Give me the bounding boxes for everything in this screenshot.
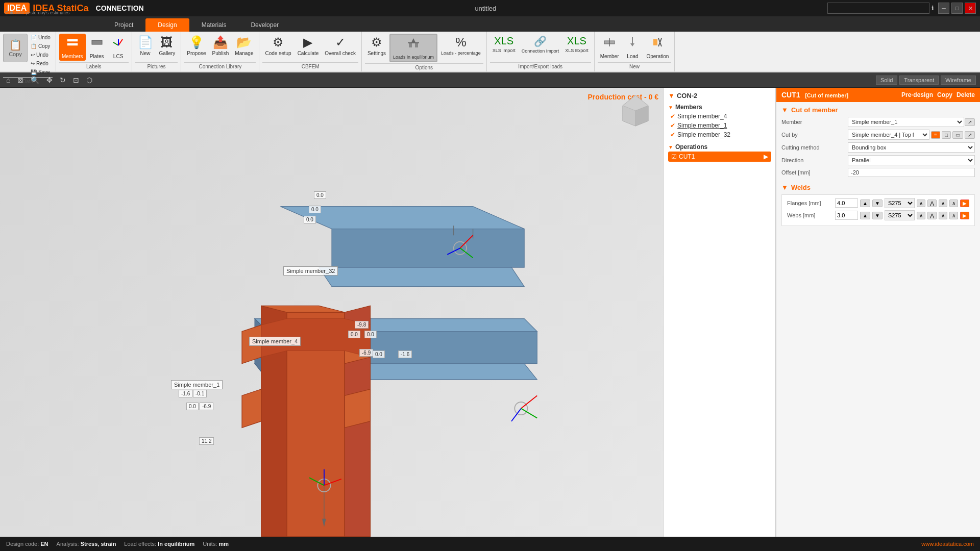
operations-section-header[interactable]: ▼ Operations: [668, 143, 771, 151]
copy-button[interactable]: 📋 Copy: [29, 42, 53, 50]
ribbon-pictures-items: 📄 New 🖼 Gallery: [135, 34, 178, 61]
plates-button[interactable]: Plates: [87, 34, 107, 61]
rotate-button[interactable]: ↻: [58, 75, 68, 85]
zoom-extent-button[interactable]: ⊠: [15, 75, 26, 85]
close-button[interactable]: ✕: [965, 3, 976, 14]
maximize-button[interactable]: □: [951, 3, 963, 14]
zoom-button[interactable]: 🔍: [29, 75, 41, 85]
tab-design[interactable]: Design: [145, 18, 189, 32]
members-button[interactable]: Members: [59, 34, 86, 61]
website-link[interactable]: www.ideastatica.com: [921, 541, 974, 547]
home-button[interactable]: ⌂: [4, 75, 12, 85]
xls-import-button[interactable]: XLS XLS Import: [490, 34, 518, 55]
delete-action[interactable]: Delete: [957, 91, 975, 98]
member-label: Member: [600, 54, 619, 59]
flanges-down-btn[interactable]: ▼: [872, 199, 883, 207]
member-link-btn[interactable]: ↗: [965, 118, 975, 126]
tree-item-sm1[interactable]: ✔ Simple member_1: [668, 121, 771, 130]
cut-member-section-header[interactable]: ▼ Cut of member: [781, 106, 975, 114]
calculate-button[interactable]: ▶ Calculate: [295, 34, 322, 58]
webs-value-input[interactable]: [835, 211, 858, 220]
publish-button[interactable]: 📤 Publish: [210, 34, 232, 58]
settings-button[interactable]: ⚙ Settings: [365, 34, 388, 58]
flanges-weld-type3[interactable]: ∧: [939, 199, 947, 207]
viewport[interactable]: Production cost - 0 €: [0, 88, 664, 537]
predesign-action[interactable]: Pre-design: [901, 91, 933, 98]
labels-group-label: Labels: [59, 62, 129, 69]
webs-down-btn[interactable]: ▼: [872, 212, 883, 219]
redo-button[interactable]: ↪ Redo: [29, 60, 53, 67]
lcs-button[interactable]: LCS: [108, 34, 129, 61]
loads-equilibrium-button[interactable]: Loads in equilibrium: [389, 34, 437, 62]
manage-icon: 📂: [236, 35, 252, 49]
new-button[interactable]: 📄 Undo: [29, 34, 53, 41]
transparent-view-button[interactable]: Transparent: [899, 76, 939, 85]
svg-rect-8: [409, 43, 412, 47]
global-search[interactable]: [827, 3, 929, 14]
operation-button[interactable]: Operation: [644, 34, 671, 61]
cut-by-icon4[interactable]: ↗: [965, 131, 975, 139]
tab-materials[interactable]: Materials: [189, 18, 239, 32]
fit-button[interactable]: ⊡: [71, 75, 81, 85]
webs-weld-type2[interactable]: ⋀: [927, 212, 937, 219]
member-button[interactable]: Member: [598, 34, 622, 61]
wireframe-view-button[interactable]: Wireframe: [941, 76, 976, 85]
cut1-label: CUT1: [679, 153, 695, 160]
propose-button[interactable]: 💡 Propose: [184, 34, 208, 58]
webs-weld-type1[interactable]: ∧: [917, 212, 925, 219]
pan-button[interactable]: ✥: [44, 75, 55, 85]
new-picture-button[interactable]: 📄 New: [135, 34, 156, 58]
polygon-button[interactable]: ⬡: [84, 75, 94, 85]
cutting-method-select[interactable]: Bounding box: [848, 142, 975, 153]
webs-weld-type4[interactable]: ∧: [949, 212, 958, 219]
solid-view-button[interactable]: Solid: [876, 76, 897, 85]
import-export-label: Import/Export loads: [490, 62, 591, 69]
tree-item-sm4[interactable]: ✔ Simple member_4: [668, 112, 771, 121]
xls-export-button[interactable]: XLS XLS Export: [562, 34, 591, 55]
connection-import-button[interactable]: 🔗 Connection Import: [519, 34, 562, 55]
welds-section: ▼ Welds Flanges [mm] ▲ ▼ S275 ∧ ⋀ ∧ ∧: [776, 184, 980, 230]
overall-check-button[interactable]: ✓ Overall check: [322, 34, 358, 58]
loads-percentage-button[interactable]: % Loads - percentage: [438, 34, 483, 57]
tab-project[interactable]: Project: [102, 18, 145, 32]
manage-button[interactable]: 📂 Manage: [232, 34, 256, 58]
redo-icon: ↪: [31, 61, 35, 66]
flanges-up-btn[interactable]: ▲: [860, 199, 870, 207]
copy-action[interactable]: Copy: [937, 91, 952, 98]
member-select[interactable]: Simple member_1: [848, 117, 964, 127]
webs-weld-type3[interactable]: ∧: [939, 212, 947, 219]
members-section-header[interactable]: ▼ Members: [668, 104, 771, 111]
flanges-weld-type2[interactable]: ⋀: [927, 199, 937, 207]
undo-button[interactable]: ↩ Undo: [29, 51, 53, 59]
cut-by-icon1[interactable]: ≡: [931, 131, 940, 139]
webs-material-select[interactable]: S275: [885, 210, 915, 220]
load-button[interactable]: Load: [622, 34, 643, 61]
direction-select[interactable]: Parallel: [848, 155, 975, 165]
webs-weld-active[interactable]: ▶: [960, 212, 969, 219]
flanges-value-input[interactable]: [835, 198, 858, 208]
new-picture-icon: 📄: [138, 35, 153, 49]
gallery-button[interactable]: 🖼 Gallery: [157, 34, 178, 58]
welds-section-header[interactable]: ▼ Welds: [781, 184, 975, 191]
flanges-label: Flanges [mm]: [787, 200, 833, 206]
info-icon[interactable]: ℹ: [932, 5, 934, 12]
flanges-material-select[interactable]: S275: [885, 198, 915, 208]
flanges-weld-type1[interactable]: ∧: [917, 199, 925, 207]
dim-0-0b: 0.0: [309, 206, 321, 213]
minimize-button[interactable]: ─: [938, 3, 949, 14]
offset-input[interactable]: [848, 168, 975, 177]
flanges-weld-type4[interactable]: ∧: [949, 199, 958, 207]
webs-up-btn[interactable]: ▲: [860, 212, 870, 219]
tab-developer[interactable]: Developer: [238, 18, 291, 32]
cut-by-icon2[interactable]: □: [942, 131, 951, 139]
dim-0-0d: 0.0: [364, 331, 377, 338]
tree-collapse-icon[interactable]: ▼: [668, 92, 675, 99]
cut-by-icon3[interactable]: ▭: [952, 131, 963, 139]
ribbon-group-new: Member Load: [595, 32, 675, 71]
code-setup-button[interactable]: ⚙ Code setup: [262, 34, 293, 58]
tree-item-cut1[interactable]: ☑ CUT1 ▶: [668, 152, 771, 162]
tree-item-sm32[interactable]: ✔ Simple member_32: [668, 130, 771, 139]
flanges-weld-active[interactable]: ▶: [960, 199, 969, 207]
cut-by-select[interactable]: Simple member_4 | Top f: [848, 130, 929, 140]
copy-sm-icon: 📋: [31, 43, 37, 49]
